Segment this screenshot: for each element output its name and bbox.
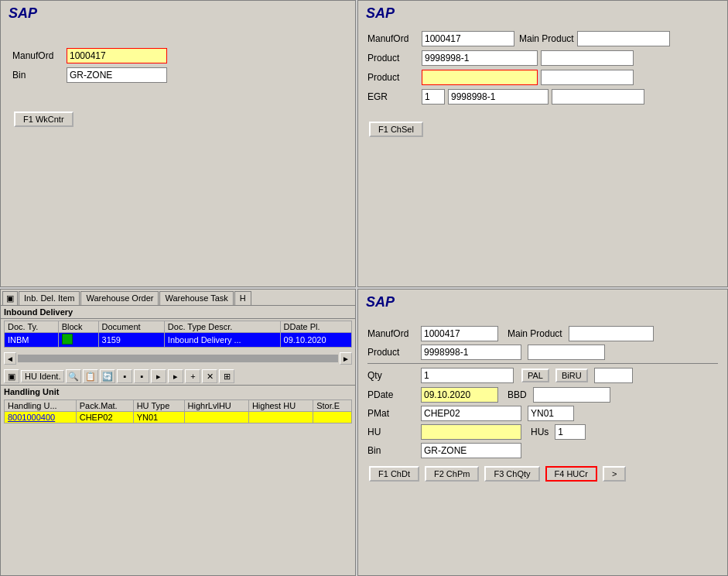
cell-ddate: 09.10.2020 [280,333,351,348]
br-hus-input[interactable] [555,424,586,440]
hu-toolbar: ▣ HU Ident. 🔍 📋 🔄 ▪ ▪ ▸ ▸ + ✕ ⊞ [1,368,355,386]
col-pack-mat: Pack.Mat. [76,400,133,412]
cell-highest-hu [248,412,313,423]
hu-table-row[interactable]: 8001000400 CHEP02 YN01 [5,412,352,423]
col-document: Document [98,321,164,333]
tr-egr-label: EGR [367,91,422,102]
hu-table-area: Handling U... Pack.Mat. HU Type HighrLvl… [1,398,355,425]
br-bbd-label: BBD [508,389,527,400]
hu-table: Handling U... Pack.Mat. HU Type HighrLvl… [4,399,352,423]
br-hus-label: HUs [531,427,549,437]
tr-product2-input[interactable] [422,70,538,85]
tr-chsel-button[interactable]: F1 ChSel [369,122,423,137]
br-hu-input[interactable] [421,424,521,440]
br-pdate-input[interactable] [421,387,498,403]
scroll-right-btn[interactable]: ► [340,352,352,365]
br-chpm-button[interactable]: F2 ChPm [425,466,479,482]
cell-doc-type: INBM [5,333,59,348]
tl-wkcntr-button[interactable]: F1 WkCntr [14,111,73,127]
cell-pack-mat: CHEP02 [76,412,133,423]
toolbar-icon-11[interactable]: ⊞ [219,369,234,383]
br-pmat-input[interactable] [421,406,521,421]
br-pal-extra[interactable] [594,368,633,383]
arrow-right-icon: ⇒ [354,129,356,162]
col-highest-hu: Highest HU [248,400,313,412]
br-biru-button[interactable]: BiRU [555,369,588,382]
tr-manuford-label: ManufOrd [367,33,422,44]
br-pal-button[interactable]: PAL [521,369,549,382]
br-button-row: F1 ChDt F2 ChPm F3 ChQty F4 HUCr > [367,465,718,483]
tr-product-extra-input[interactable] [541,50,634,66]
tr-egr-num-input[interactable] [422,89,445,105]
toolbar-icon-8[interactable]: ▸ [168,369,183,383]
tr-sap-title: SAP [358,1,727,25]
cell-hu-type: YN01 [133,412,184,423]
toolbar-icon-1[interactable]: ▣ [4,369,19,383]
tl-bin-input[interactable] [67,67,167,83]
br-more-button[interactable]: > [603,466,626,482]
toolbar-icon-4[interactable]: 🔄 [100,369,115,383]
col-handling-u: Handling U... [5,400,77,412]
br-hucr-button[interactable]: F4 HUCr [545,466,597,482]
tr-product2-extra[interactable] [541,70,634,85]
toolbar-icon-6[interactable]: ▪ [134,369,149,383]
col-hu-type: HU Type [133,400,184,412]
tr-product-input[interactable] [422,50,538,66]
br-chqty-button[interactable]: F3 ChQty [484,466,539,482]
toolbar-icon-5[interactable]: ▪ [117,369,132,383]
bl-inbound-label: Inbound Delivery [1,306,355,319]
block-indicator [62,334,73,345]
cell-document: 3159 [98,333,164,348]
toolbar-icon-9[interactable]: + [185,369,200,383]
tr-main-product-label: Main Product [519,33,574,44]
scroll-left-btn[interactable]: ◄ [4,352,16,365]
col-doc-ty: Doc. Ty. [5,321,59,333]
col-ddate: DDate Pl. [280,321,351,333]
tr-product2-label: Product [367,72,422,83]
br-product-input[interactable] [421,345,521,360]
bottom-right-panel: SAP ManufOrd Main Product Product Qty PA… [357,289,728,576]
tr-egr-extra[interactable] [552,89,644,105]
tr-main-product-input[interactable] [577,31,670,46]
br-main-product-label: Main Product [508,328,562,339]
tr-manuford-input[interactable] [422,31,514,46]
cell-highrlvlhu [184,412,248,423]
toolbar-icon-2[interactable]: 🔍 [66,369,81,383]
top-left-panel: SAP ManufOrd Bin F1 WkCntr ⇒ [0,0,356,287]
bottom-left-panel: ▣ Inb. Del. Item Warehouse Order Warehou… [0,289,356,576]
col-stor-e: Stor.E [313,400,352,412]
tab-icon[interactable]: ▣ [2,291,18,305]
col-doc-type-descr: Doc. Type Descr. [164,321,280,333]
arrow-down-icon: ⇓ [525,285,548,287]
tab-warehouse-order[interactable]: Warehouse Order [80,291,159,305]
br-manuford-label: ManufOrd [367,328,418,339]
cell-handling-u: 8001000400 [5,412,77,423]
br-bin-input[interactable] [421,443,521,458]
cell-block [58,333,98,348]
br-hu-label: HU [367,427,418,437]
br-product-label: Product [367,347,418,358]
tab-h[interactable]: H [234,291,251,305]
tab-warehouse-task[interactable]: Warehouse Task [159,291,233,305]
toolbar-icon-3[interactable]: 📋 [83,369,98,383]
br-main-product-input[interactable] [569,326,654,341]
tr-egr-value-input[interactable] [448,89,549,105]
br-chdt-button[interactable]: F1 ChDt [369,466,419,482]
scroll-bar: ◄ ► [4,352,352,365]
inbound-delivery-table: Doc. Ty. Block Document Doc. Type Descr.… [4,321,352,348]
toolbar-icon-7[interactable]: ▸ [151,369,166,383]
toolbar-icon-10[interactable]: ✕ [202,369,217,383]
br-product-extra[interactable] [528,345,605,360]
br-bbd-input[interactable] [533,387,610,403]
hu-ident-button[interactable]: HU Ident. [21,370,64,382]
br-qty-input[interactable] [421,368,514,383]
tab-inb-del-item[interactable]: Inb. Del. Item [19,291,80,305]
br-pdate-label: PDate [367,389,418,400]
table-row[interactable]: INBM 3159 Inbound Delivery ... 09.10.202… [5,333,352,348]
col-block: Block [58,321,98,333]
br-yn01-input[interactable] [528,406,574,421]
hu-section-label: Handling Unit [1,386,355,398]
br-manuford-input[interactable] [421,326,498,341]
tl-manuford-input[interactable] [67,48,167,63]
top-right-panel: SAP ManufOrd Main Product Product Produc… [357,0,728,287]
